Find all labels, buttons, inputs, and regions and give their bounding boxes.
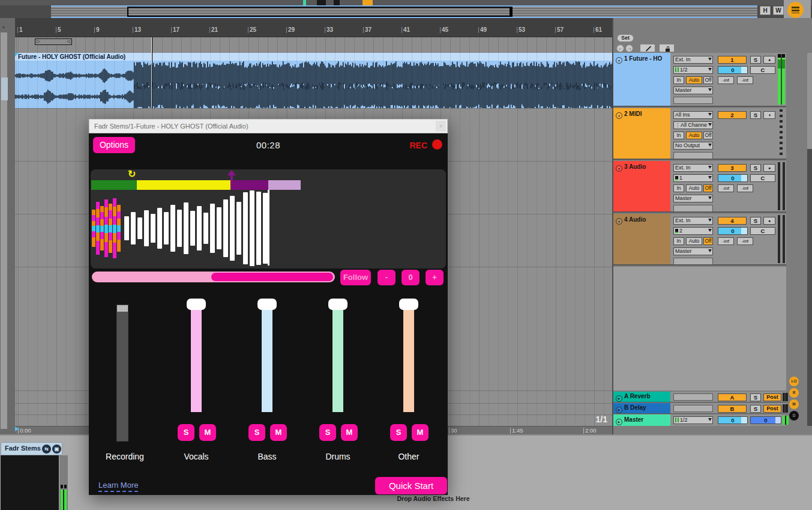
monitor-off[interactable]: Off [703,76,713,84]
vertical-scrollbar[interactable] [1,32,7,429]
vocals-solo-button[interactable]: S [178,424,194,441]
empty-track-drop-area[interactable] [613,267,786,390]
follow-button[interactable]: Follow [340,270,371,285]
send-a-field[interactable]: -inf [718,237,734,245]
bass-slider-track[interactable] [262,310,272,412]
other-slider-handle[interactable] [399,299,418,310]
send-b-field[interactable]: -inf [737,184,753,192]
next-marker-button[interactable]: → [625,44,633,52]
fold-icon[interactable]: ▼ [616,57,622,64]
bass-mute-button[interactable]: M [270,424,287,441]
track-number-button[interactable]: 3 [718,164,747,172]
other-slider-track[interactable] [403,310,414,412]
monitor-in[interactable]: In [673,237,684,245]
send-a-field[interactable]: -inf [718,184,734,192]
arm-button[interactable]: ● [763,56,775,64]
output-channel-box[interactable] [673,258,713,265]
prev-marker-button[interactable]: ← [616,44,624,52]
volume-field[interactable]: 0 [718,66,748,74]
send-b-field[interactable]: -inf [737,76,753,84]
drums-slider-handle[interactable] [328,299,347,310]
scrub-area[interactable]: ▷ ◁ [15,37,612,53]
send-b-field[interactable]: -inf [737,237,753,245]
hot-swap-icon[interactable]: ⇆ [42,445,51,454]
pre-post-button[interactable]: Post [763,393,781,401]
pre-post-button[interactable]: Post [763,405,781,413]
pitch-plus-button[interactable]: + [426,270,444,285]
monitor-switch[interactable]: In Auto Off [673,237,713,245]
arm-button[interactable]: ◑ [763,111,775,119]
output-dropdown[interactable]: Master [673,195,713,202]
lock-envelopes-button[interactable] [659,44,675,52]
other-solo-button[interactable]: S [390,424,407,441]
vocals-slider-handle[interactable] [187,299,206,310]
arrangement-view-icon[interactable] [787,2,804,18]
volume-field[interactable]: 0 [718,227,748,235]
track-name-cell[interactable]: ▼1 Future - HO [613,53,670,106]
track-name-cell[interactable]: ▼3 Audio [613,161,670,211]
master-track[interactable]: ▶Master 1/2 0 0 [613,414,786,426]
height-zoom-button[interactable]: H [760,6,771,15]
output-channel-box[interactable] [673,152,713,159]
learn-more-link[interactable]: Learn More [98,481,138,492]
fold-icon[interactable]: ▶ [616,407,622,413]
input-type-dropdown[interactable]: All Ins [673,111,713,119]
monitor-switch[interactable]: In Auto Off [673,184,713,192]
monitor-auto[interactable]: Auto [686,237,702,245]
solo-button[interactable]: S [750,56,761,64]
drums-mute-button[interactable]: M [341,424,358,441]
output-dropdown[interactable]: Master [673,87,713,94]
drums-slider-track[interactable] [332,310,343,412]
track-number-button[interactable]: 1 [718,56,747,64]
output-dropdown[interactable]: No Output [673,142,713,150]
device-title-bar[interactable]: Fadr Stems ⇆ ▣ [1,442,62,455]
input-channel-dropdown[interactable]: 1/2 [673,66,713,74]
monitor-switch[interactable]: In Auto Off [673,76,713,84]
solo-button[interactable]: S [750,164,761,172]
arm-button[interactable]: ● [763,164,775,172]
vocals-slider-track[interactable] [191,310,202,412]
scroll-up-icon[interactable]: ▲ [1,24,6,29]
save-preset-icon[interactable]: ▣ [52,445,61,454]
fold-icon[interactable]: ▶ [616,395,622,402]
master-volume-field[interactable]: 0 [718,416,748,424]
arrangement-overview[interactable] [51,5,757,18]
input-type-dropdown[interactable]: Ext. In [673,164,713,172]
input-channel-dropdown[interactable]: 1 [673,174,713,182]
track-header-2[interactable]: ▼2 MIDI All Ins ⋮All Channe In Auto Off … [613,108,786,160]
output-channel-box[interactable] [673,97,713,104]
fold-icon[interactable]: ▶ [616,419,622,425]
input-channel-dropdown[interactable]: 2 [673,227,713,235]
track-name-cell[interactable]: ▼2 MIDI [613,108,670,159]
overview-view-handle[interactable] [510,7,513,17]
fold-icon[interactable]: ▼ [616,218,622,225]
fadr-stems-plugin-window[interactable]: Fadr Stems/1-Future - HOLY GHOST (Offici… [89,119,448,495]
return-letter-button[interactable]: A [718,393,747,401]
drums-solo-button[interactable]: S [319,424,336,441]
vertical-scrollbar-thumb[interactable] [1,77,8,100]
right-scrollbar[interactable] [807,53,812,426]
pan-field[interactable]: C [750,227,775,235]
track-name-cell[interactable]: ▶A Reverb [613,392,670,402]
fold-icon[interactable]: ▼ [616,112,622,119]
input-channel-dropdown[interactable]: ⋮All Channe [673,121,713,129]
track-header-4[interactable]: ▼4 Audio Ext. In 2 In Auto Off Master 4 … [613,214,786,266]
stem-waveform-panel[interactable]: ↻ [91,169,446,269]
show-delay-button[interactable]: D [789,411,799,420]
show-returns-button[interactable]: R [789,388,799,398]
monitor-off[interactable]: Off [703,237,713,245]
pitch-minus-button[interactable]: - [377,270,395,285]
pan-field[interactable]: C [750,174,775,182]
return-io-box[interactable] [673,405,713,412]
right-scrollbar-thumb[interactable] [807,53,812,149]
track-header-3[interactable]: ▼3 Audio Ext. In 1 In Auto Off Master 3 … [613,161,786,213]
set-button[interactable]: Set [617,34,634,42]
arm-button[interactable]: ● [763,217,775,225]
track-name-cell[interactable]: ▶Master [613,414,670,426]
audio-clip[interactable]: Future - HOLY GHOST (Official Audio) [15,53,612,108]
master-pan-field[interactable]: 0 [750,416,781,424]
send-a-field[interactable]: -inf [718,76,734,84]
plugin-title-bar[interactable]: Fadr Stems/1-Future - HOLY GHOST (Offici… [89,119,448,133]
output-channel-box[interactable] [673,205,713,212]
monitor-off[interactable]: Off [703,132,713,139]
